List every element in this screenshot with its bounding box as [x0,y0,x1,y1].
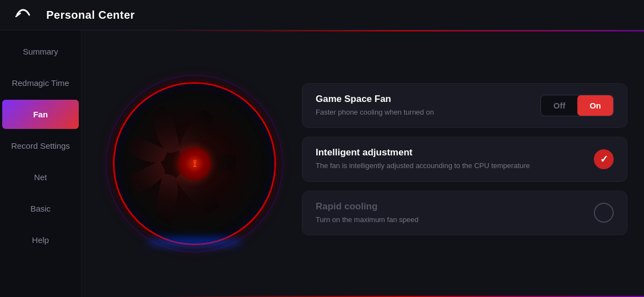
app-header: Personal Center [0,0,644,30]
intelligent-adjustment-text: Intelligent adjustment The fan is intell… [316,147,594,171]
fan-outer-ring: ⟟ [115,84,274,244]
sidebar-item-fan[interactable]: Fan [2,100,79,129]
rapid-cooling-subtitle: Turn on the maximum fan speed [316,215,594,225]
intelligent-adjustment-card: Intelligent adjustment The fan is intell… [302,137,627,181]
checkmark-icon: ✓ [600,153,608,165]
fan-visual: ⟟ [115,84,274,244]
app-logo [11,3,35,27]
game-space-fan-subtitle: Faster phone cooling when turned on [316,107,540,117]
main-layout: Summary Redmagic Time Fan Record Setting… [0,30,644,297]
sidebar-item-basic[interactable]: Basic [2,194,79,223]
rapid-cooling-card: Rapid cooling Turn on the maximum fan sp… [302,191,627,235]
game-space-fan-text: Game Space Fan Faster phone cooling when… [316,94,540,117]
fan-toggle-switch[interactable]: Off On [540,95,614,116]
rapid-cooling-title: Rapid cooling [316,201,594,212]
rapid-cooling-text: Rapid cooling Turn on the maximum fan sp… [316,201,594,225]
sidebar-item-help[interactable]: Help [2,225,79,255]
sidebar-item-record-settings[interactable]: Record Settings [2,131,79,160]
intelligent-adjustment-title: Intelligent adjustment [316,147,594,158]
page-title: Personal Center [46,9,135,21]
content-area: ⟟ Game Space Fan Faster phone cooling wh… [82,30,644,297]
settings-panel: Game Space Fan Faster phone cooling when… [302,83,627,244]
intelligent-adjustment-checkbox[interactable]: ✓ [594,149,614,169]
game-space-fan-title: Game Space Fan [316,94,540,105]
sidebar-item-net[interactable]: Net [2,163,79,192]
toggle-on-button[interactable]: On [577,95,613,116]
top-decoration-line [163,30,644,31]
sidebar-item-summary[interactable]: Summary [2,37,79,66]
rapid-cooling-checkbox[interactable] [594,203,614,223]
fan-logo-icon: ⟟ [193,158,197,170]
sidebar-item-redmagic-time[interactable]: Redmagic Time [2,68,79,98]
sidebar: Summary Redmagic Time Fan Record Setting… [0,30,82,297]
intelligent-adjustment-subtitle: The fan is intelligently adjusted accoun… [316,161,594,171]
toggle-off-button[interactable]: Off [541,95,577,116]
fan-blades: ⟟ [128,98,261,230]
fan-center-logo: ⟟ [178,147,211,180]
game-space-fan-card: Game Space Fan Faster phone cooling when… [302,83,627,128]
